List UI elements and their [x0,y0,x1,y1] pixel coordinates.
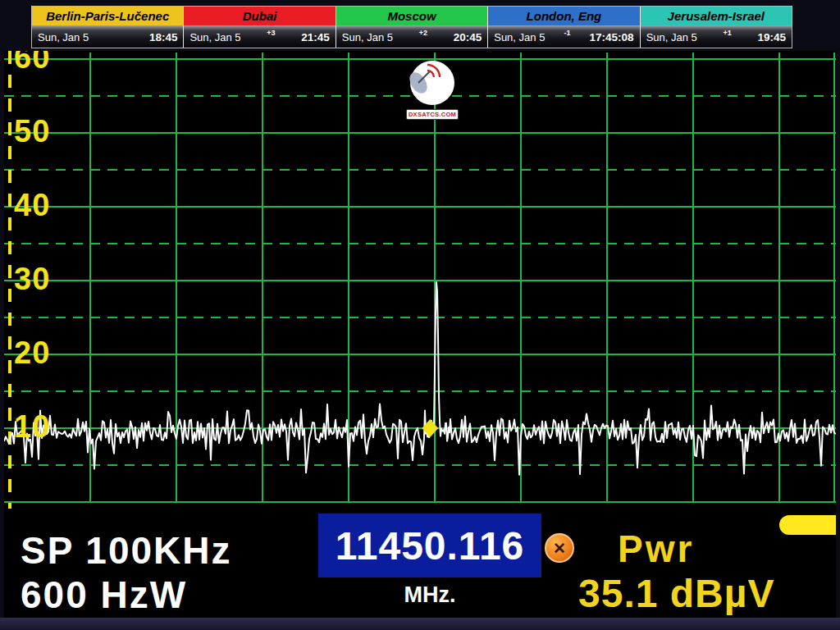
timezone-name: Dubai [184,7,335,25]
world-clock-bar: Berlin-Paris-Lučenec Sun, Jan 5 18:45 Du… [31,6,792,48]
close-x-glyph: ✕ [553,539,566,558]
timezone-datetime: Sun, Jan 5 18:45 [32,25,183,48]
timezone-jerusalem: Jerusalem-Israel Sun, Jan 5 +1 19:45 [640,7,792,48]
timezone-datetime: Sun, Jan 5 +2 20:45 [336,25,487,48]
timezone-name: London, Eng [488,7,639,25]
timezone-date: Sun, Jan 5 [38,31,89,43]
power-value: 35.1 dBµV [578,571,774,616]
dxsatcs-logo: DXSATCS.COM [403,61,462,120]
timezone-dubai: Dubai Sun, Jan 5 +3 21:45 [183,7,335,48]
satellite-dish-icon [410,61,454,105]
y-axis-label: 60 [14,51,50,73]
timezone-time: 17:45:08 [590,31,634,43]
frequency-unit: MHz. [318,582,541,608]
timezone-utc-offset: +1 [724,29,732,37]
timezone-date: Sun, Jan 5 [189,31,240,43]
timezone-utc-offset: +3 [267,29,275,37]
power-label: Pwr [618,527,694,571]
spectrum-display: 605040302010 DXSATCS.COM [4,51,836,509]
timezone-time: 21:45 [301,31,330,43]
span-readout: SP 100KHz [21,528,232,573]
display-panel: 605040302010 DXSATCS.COM SP 100KHz 600 H… [4,51,836,618]
logo-text: DXSATCS.COM [406,109,459,120]
timezone-date: Sun, Jan 5 [494,31,545,43]
timezone-date: Sun, Jan 5 [646,31,697,43]
y-axis-label: 20 [14,337,50,368]
y-axis-label: 40 [14,189,50,221]
timezone-name: Moscow [336,7,487,25]
readout-bar: SP 100KHz 600 HzW 11450.116 MHz. ✕ Pwr 3… [4,509,836,618]
timezone-utc-offset: +2 [419,29,427,37]
timezone-utc-offset: -1 [564,29,570,37]
bottom-edge-strip [0,618,840,630]
bandwidth-readout: 600 HzW [21,573,187,617]
timezone-time: 19:45 [757,31,786,43]
timezone-time: 20:45 [454,31,482,43]
timezone-berlin: Berlin-Paris-Lučenec Sun, Jan 5 18:45 [32,7,183,48]
timezone-moscow: Moscow Sun, Jan 5 +2 20:45 [336,7,487,48]
status-pill-indicator [779,515,836,535]
timezone-datetime: Sun, Jan 5 +3 21:45 [184,25,335,48]
timezone-time: 18:45 [149,31,178,43]
timezone-datetime: Sun, Jan 5 -1 17:45:08 [488,25,639,48]
y-axis-label: 10 [14,411,50,442]
y-axis-label: 50 [14,116,50,147]
y-axis-label: 30 [14,263,50,294]
frequency-display: 11450.116 [318,514,541,578]
timezone-datetime: Sun, Jan 5 +1 19:45 [641,25,792,48]
close-icon[interactable]: ✕ [545,533,574,563]
timezone-london: London, Eng Sun, Jan 5 -1 17:45:08 [487,7,639,48]
timezone-name: Berlin-Paris-Lučenec [32,7,183,25]
timezone-name: Jerusalem-Israel [641,7,792,25]
spectrum-analyzer-screen: Berlin-Paris-Lučenec Sun, Jan 5 18:45 Du… [0,0,840,630]
timezone-date: Sun, Jan 5 [342,31,393,43]
